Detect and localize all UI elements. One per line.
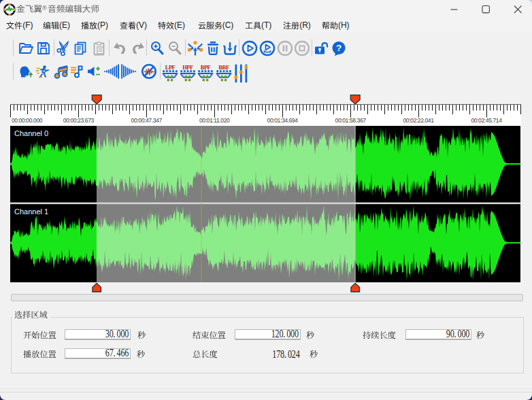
svg-text:?: ? [336,43,342,53]
